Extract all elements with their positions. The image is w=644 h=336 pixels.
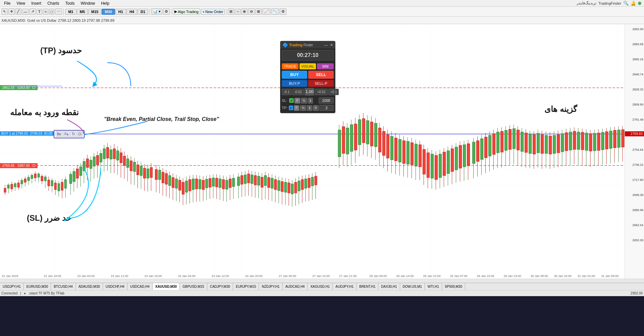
tf-m1[interactable]: M1: [65, 9, 76, 15]
sell-button[interactable]: SELL: [308, 71, 334, 79]
tab-usdjpy-h1[interactable]: USDJPY,H1: [0, 283, 24, 290]
new-order-btn[interactable]: + New Order: [201, 9, 225, 15]
algo-trading-btn[interactable]: ▶ Algo Trading: [173, 8, 200, 15]
tab-btcusd-h4[interactable]: BTCUSD,H4: [51, 283, 76, 290]
tf-m15[interactable]: M15: [88, 9, 101, 15]
tp-mode-p[interactable]: P: [294, 105, 300, 111]
settings-btn[interactable]: ⚙: [280, 8, 286, 15]
lot-plus-01[interactable]: +0.1: [328, 89, 339, 95]
text-tool[interactable]: T: [37, 9, 42, 15]
menu-view[interactable]: View: [14, 0, 28, 6]
cursor-tool[interactable]: ↖: [1, 8, 8, 15]
grid-btn[interactable]: ⊞: [255, 8, 262, 15]
close-btn[interactable]: Cl: [77, 131, 83, 137]
status-indicator: ●: [24, 291, 26, 295]
menu-help[interactable]: Help: [98, 0, 112, 6]
svg-rect-167: [281, 182, 283, 192]
partial-close-btn[interactable]: Fa: [63, 131, 70, 137]
chart-btn3[interactable]: 📉: [271, 8, 279, 15]
menu-window[interactable]: Window: [78, 0, 98, 6]
svg-rect-247: [455, 147, 458, 170]
sl-mode-dollar[interactable]: $: [308, 98, 313, 104]
chart-props-btn[interactable]: ⚙: [163, 8, 170, 15]
menu-tools[interactable]: Tools: [63, 0, 77, 6]
tab-eurusd-m30[interactable]: EURUSD,M30: [24, 283, 51, 290]
buy-button[interactable]: BUY: [282, 71, 307, 79]
tab-adausd-m30[interactable]: ADAUSD,M30: [76, 283, 103, 290]
options-annotation-farsi: گزینه های: [544, 105, 577, 114]
notification-icon[interactable]: 🔔: [631, 1, 636, 6]
tab-audcad-h4[interactable]: AUDCAD,H4: [283, 283, 308, 290]
svg-rect-111: [185, 181, 188, 192]
tf-m30[interactable]: M30: [102, 9, 115, 15]
tp-mode-r[interactable]: R: [313, 105, 319, 111]
tf-m5[interactable]: M5: [77, 9, 88, 15]
svg-rect-35: [54, 183, 56, 190]
svg-text:23 Jan 11:00: 23 Jan 11:00: [111, 274, 128, 278]
menu-file[interactable]: File: [1, 0, 13, 6]
panel-minimize-btn[interactable]: —: [324, 43, 328, 47]
sl-checkbox[interactable]: ✓: [289, 98, 294, 103]
svg-rect-141: [237, 177, 240, 186]
arrow-tool[interactable]: ↗: [30, 8, 36, 15]
svg-text:29 Jan 07:00: 29 Jan 07:00: [450, 274, 467, 278]
zoom-in-btn[interactable]: ⊕: [241, 8, 248, 15]
sl-mode-pct[interactable]: %: [301, 98, 307, 104]
tf-h4[interactable]: H4: [126, 9, 137, 15]
lot-plus-001[interactable]: +0.01: [315, 89, 327, 95]
fib-tool[interactable]: ≈: [43, 9, 48, 15]
tab-dax30-h1[interactable]: DAX30,H1: [378, 283, 400, 290]
sell-pending-button[interactable]: SELL-P: [308, 80, 334, 87]
menu-insert[interactable]: Insert: [29, 0, 44, 6]
tab-visual[interactable]: VISUAL: [300, 63, 316, 69]
tf-d1[interactable]: D1: [138, 9, 148, 15]
tab-audjpy-h1[interactable]: AUDJPY,H1: [333, 283, 357, 290]
buy-pending-button[interactable]: BUY-P: [282, 80, 307, 87]
price-2810: 2809.90: [632, 103, 643, 106]
svg-rect-239: [439, 154, 441, 178]
tab-trade[interactable]: TRADE: [282, 63, 299, 69]
trail-stop-btn[interactable]: Tr: [70, 131, 76, 137]
tp-checkbox[interactable]: ✓: [289, 106, 293, 110]
tab-usdchf-h4[interactable]: USDCHF,H4: [103, 283, 127, 290]
line-tool[interactable]: ╱: [15, 8, 21, 15]
svg-rect-243: [447, 151, 449, 174]
tab-wti-h1[interactable]: WTI,H1: [425, 283, 442, 290]
tab-usdcad-h4[interactable]: USDCAD,H4: [127, 283, 153, 290]
rect-tool[interactable]: □: [49, 9, 55, 15]
sl-value[interactable]: 1000: [319, 97, 334, 104]
tab-xagusd-h1[interactable]: XAGUSD,H1: [308, 283, 333, 290]
indicators-btn[interactable]: ~: [235, 9, 240, 15]
svg-rect-103: [172, 178, 174, 188]
lot-minus-001[interactable]: -0.01: [292, 89, 304, 95]
tp-mode-pct[interactable]: %: [300, 105, 306, 111]
tab-sp500-m30[interactable]: SP500,M30: [442, 283, 465, 290]
tf-h1[interactable]: H1: [115, 9, 126, 15]
sl-mode-p[interactable]: P: [294, 98, 300, 104]
hline-tool[interactable]: —: [22, 9, 29, 15]
tab-nzdjpy-h1[interactable]: NZDJPY,H1: [259, 283, 282, 290]
crosshair-tool[interactable]: ✛: [8, 8, 15, 15]
tab-cadjpy-m30[interactable]: CADJPY,M30: [207, 283, 233, 290]
zoom-btn[interactable]: ⊞: [228, 8, 234, 15]
svg-text:30 Jan 08:00: 30 Jan 08:00: [531, 274, 548, 278]
tab-eurjpy-m15[interactable]: EURJPY,M15: [233, 283, 259, 290]
tp-mode-dollar[interactable]: $: [307, 105, 312, 111]
lot-minus-01[interactable]: -0.1: [282, 89, 291, 95]
chart-btn2[interactable]: 📈: [262, 8, 270, 15]
tab-mm[interactable]: MM: [317, 63, 334, 69]
chart-type-btn[interactable]: 📊 ▾: [151, 8, 162, 15]
panel-close-btn[interactable]: ✕: [330, 43, 333, 47]
tab-brent-h1[interactable]: BRENT,H1: [357, 283, 378, 290]
channel-tool[interactable]: ⋯: [55, 8, 62, 15]
break-even-btn[interactable]: Be: [56, 131, 62, 137]
zoom-out-btn[interactable]: ⊖: [248, 8, 255, 15]
menu-charts[interactable]: Charts: [45, 0, 62, 6]
svg-rect-199: [358, 120, 361, 145]
search-icon[interactable]: 🔍: [623, 1, 629, 6]
tp-value[interactable]: 2: [319, 105, 334, 111]
chart-scrollbar[interactable]: [0, 279, 644, 283]
tab-xauusd-m30[interactable]: XAUUSD,M30: [153, 283, 180, 290]
tab-dowus-m1[interactable]: DOW.US,M1: [400, 283, 425, 290]
tab-gbpusd-m15[interactable]: GBPUSD,M15: [180, 283, 207, 290]
